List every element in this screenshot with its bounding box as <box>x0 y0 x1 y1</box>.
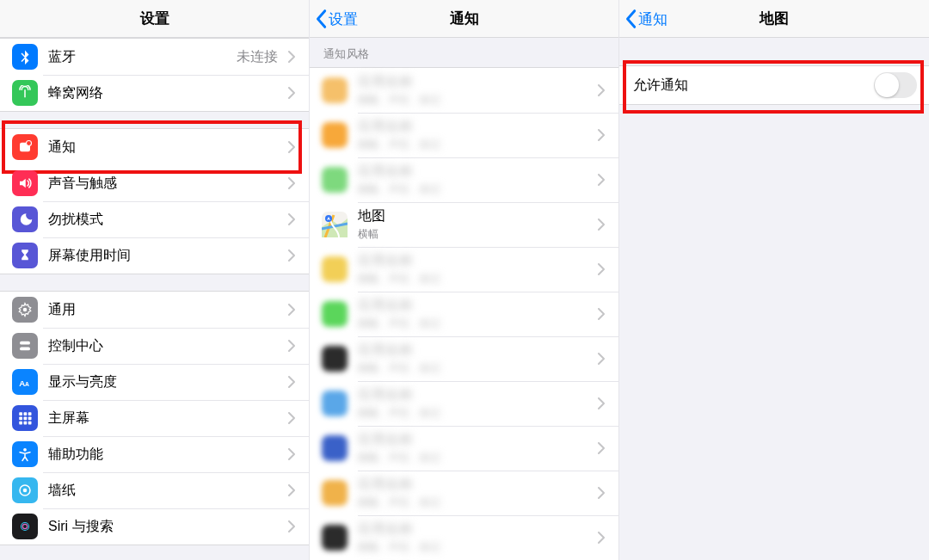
svg-rect-12 <box>24 417 28 421</box>
chevron-right-icon <box>283 213 300 225</box>
app-label-blurred: 应用名称 <box>358 252 593 270</box>
row-value: 未连接 <box>237 48 278 66</box>
chevron-right-icon <box>593 532 610 544</box>
app-sublabel: 横幅 <box>358 227 593 242</box>
toggle-knob <box>875 73 899 97</box>
app-row-blurred[interactable]: 应用名称横幅、声音、标记 <box>310 426 618 471</box>
app-icon-blurred <box>322 301 348 327</box>
settings-row-screentime[interactable]: 屏幕使用时间 <box>0 237 309 274</box>
settings-row-accessibility[interactable]: 辅助功能 <box>0 436 309 472</box>
allow-notifications-toggle[interactable] <box>874 72 917 98</box>
app-row-blurred[interactable]: 应用名称横幅、声音、标记 <box>310 515 618 560</box>
app-row-blurred[interactable]: 应用名称横幅、声音、标记 <box>310 247 618 292</box>
maps-app-icon <box>322 212 348 237</box>
app-icon-blurred <box>322 435 348 461</box>
settings-row-general[interactable]: 通用 <box>0 292 309 328</box>
maps-notification-pane: 通知 地图 允许通知 <box>619 0 929 560</box>
textsize-icon: AA <box>12 369 38 395</box>
navbar-notifications: 设置 通知 <box>310 0 618 38</box>
row-label: 勿扰模式 <box>48 211 283 229</box>
notification-icon <box>12 134 38 160</box>
chevron-right-icon <box>593 442 610 454</box>
row-label: 显示与亮度 <box>48 373 283 391</box>
app-row-blurred[interactable]: 应用名称横幅、声音、标记 <box>310 157 618 202</box>
chevron-right-icon <box>283 249 300 262</box>
app-row-blurred[interactable]: 应用名称横幅、声音、标记 <box>310 292 618 336</box>
app-row-blurred[interactable]: 应用名称横幅、声音、标记 <box>310 381 618 426</box>
settings-row-controlcenter[interactable]: 控制中心 <box>0 328 309 364</box>
row-label: 屏幕使用时间 <box>48 247 283 265</box>
svg-rect-9 <box>24 412 28 415</box>
chevron-right-icon <box>283 51 300 63</box>
allow-notifications-group: 允许通知 <box>619 65 929 105</box>
app-icon-blurred <box>322 391 348 416</box>
app-sublabel-blurred: 横幅、声音、标记 <box>358 93 593 108</box>
chevron-left-icon <box>624 9 637 29</box>
svg-rect-5 <box>20 348 30 351</box>
back-button[interactable]: 通知 <box>624 0 668 38</box>
app-label-blurred: 应用名称 <box>358 431 593 449</box>
app-label-blurred: 应用名称 <box>358 520 593 538</box>
allow-notifications-row[interactable]: 允许通知 <box>619 66 929 104</box>
app-row-blurred[interactable]: 应用名称横幅、声音、标记 <box>310 471 618 515</box>
settings-row-notifications[interactable]: 通知 <box>0 129 309 165</box>
chevron-right-icon <box>283 484 300 496</box>
app-label-blurred: 应用名称 <box>358 342 593 360</box>
row-label: 蜂窝网络 <box>48 84 283 102</box>
back-button[interactable]: 设置 <box>315 0 358 38</box>
app-icon-blurred <box>322 256 348 282</box>
settings-row-display[interactable]: AA显示与亮度 <box>0 364 309 400</box>
settings-row-sounds[interactable]: 声音与触感 <box>0 165 309 201</box>
app-icon-blurred <box>322 167 348 193</box>
app-row-blurred[interactable]: 应用名称横幅、声音、标记 <box>310 68 618 113</box>
allow-notifications-label: 允许通知 <box>633 77 874 95</box>
navbar-title: 地图 <box>760 9 789 28</box>
app-icon-blurred <box>322 525 348 551</box>
app-row-blurred[interactable]: 应用名称横幅、声音、标记 <box>310 113 618 157</box>
svg-rect-14 <box>19 422 22 425</box>
row-label: 通知 <box>48 138 283 157</box>
app-icon-blurred <box>322 346 348 372</box>
back-label: 通知 <box>638 9 668 29</box>
app-row-blurred[interactable]: 应用名称横幅、声音、标记 <box>310 336 618 381</box>
chevron-right-icon <box>593 129 610 141</box>
chevron-right-icon <box>283 87 300 99</box>
app-row-maps[interactable]: 地图横幅 <box>310 202 618 247</box>
settings-group: 通知声音与触感勿扰模式屏幕使用时间 <box>0 128 309 274</box>
app-sublabel-blurred: 横幅、声音、标记 <box>358 272 593 286</box>
chevron-right-icon <box>283 520 300 532</box>
row-label: Siri 与搜索 <box>48 518 283 536</box>
row-label: 辅助功能 <box>48 446 283 464</box>
app-label-blurred: 应用名称 <box>358 297 593 315</box>
row-label: 通用 <box>48 301 283 319</box>
chevron-right-icon <box>593 263 610 275</box>
settings-root-pane: 设置 蓝牙未连接蜂窝网络通知声音与触感勿扰模式屏幕使用时间通用控制中心AA显示与… <box>0 0 310 560</box>
settings-row-siri[interactable]: Siri 与搜索 <box>0 508 309 545</box>
app-label-blurred: 应用名称 <box>358 386 593 404</box>
settings-row-dnd[interactable]: 勿扰模式 <box>0 201 309 237</box>
app-sublabel-blurred: 横幅、声音、标记 <box>358 540 593 555</box>
wallpaper-icon <box>12 477 38 503</box>
bluetooth-icon <box>12 44 38 70</box>
chevron-right-icon <box>283 412 300 424</box>
settings-row-homescreen[interactable]: 主屏幕 <box>0 400 309 436</box>
app-sublabel-blurred: 横幅、声音、标记 <box>358 361 593 376</box>
notifications-pane: 设置 通知 通知风格 应用名称横幅、声音、标记应用名称横幅、声音、标记应用名称横… <box>310 0 619 560</box>
navbar-settings: 设置 <box>0 0 309 38</box>
settings-row-wallpaper[interactable]: 墙纸 <box>0 472 309 508</box>
svg-point-17 <box>23 448 27 452</box>
app-sublabel-blurred: 横幅、声音、标记 <box>358 182 593 197</box>
gear-icon <box>12 297 38 323</box>
chevron-right-icon <box>283 376 300 388</box>
app-sublabel-blurred: 横幅、声音、标记 <box>358 406 593 421</box>
settings-row-bluetooth[interactable]: 蓝牙未连接 <box>0 39 309 75</box>
navbar-title: 通知 <box>450 9 479 28</box>
row-label: 主屏幕 <box>48 409 283 428</box>
app-sublabel-blurred: 横幅、声音、标记 <box>358 317 593 331</box>
speaker-icon <box>12 170 38 196</box>
chevron-right-icon <box>283 141 300 153</box>
back-label: 设置 <box>329 9 358 29</box>
settings-row-cellular[interactable]: 蜂窝网络 <box>0 75 309 111</box>
row-label: 墙纸 <box>48 482 283 500</box>
chevron-right-icon <box>593 218 610 231</box>
